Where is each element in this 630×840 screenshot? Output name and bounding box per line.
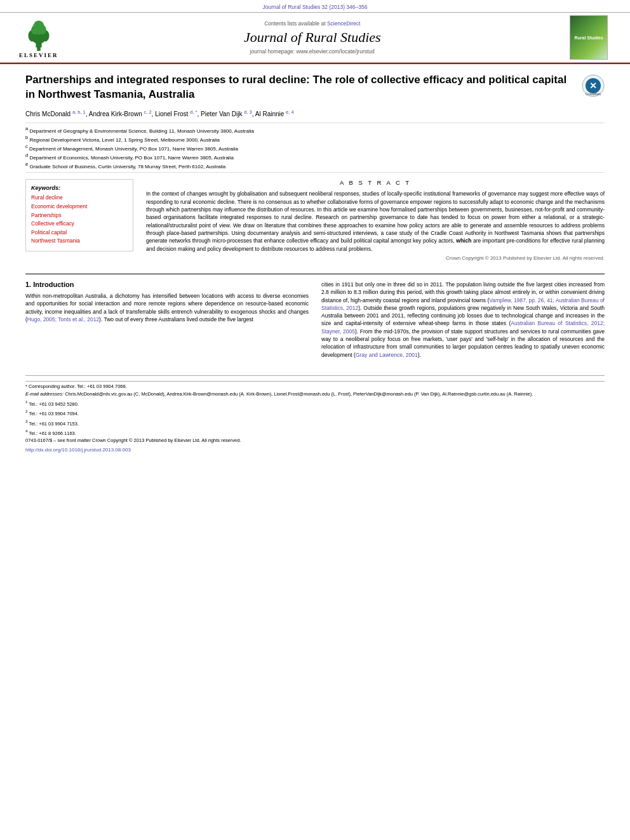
banner-center: Contents lists available at ScienceDirec… bbox=[58, 20, 566, 55]
main-content: Partnerships and integrated responses to… bbox=[0, 64, 630, 369]
affiliations: a Department of Geography & Environmenta… bbox=[25, 123, 605, 173]
journal-title-banner: Journal of Rural Studies bbox=[58, 29, 566, 46]
svg-text:✕: ✕ bbox=[589, 81, 597, 91]
right-column: A B S T R A C T In the context of change… bbox=[146, 179, 605, 267]
keywords-box: Keywords: Rural decline Economic develop… bbox=[25, 179, 133, 251]
affiliation-a: a Department of Geography & Environmenta… bbox=[25, 126, 605, 135]
intro-section: 1. Introduction Within non-metropolitan … bbox=[25, 281, 605, 363]
abstract-title: A B S T R A C T bbox=[146, 179, 605, 186]
email-addresses[interactable]: Chris.McDonald@rdv.vic.gov.au (C. McDona… bbox=[65, 391, 533, 397]
svg-point-6 bbox=[31, 25, 38, 34]
affiliation-c: c Department of Management, Monash Unive… bbox=[25, 143, 605, 152]
keyword-collective-efficacy: Collective efficacy bbox=[31, 220, 128, 229]
author-3: Lionel Frost d, * bbox=[155, 110, 197, 117]
section-number: 1. bbox=[25, 281, 31, 288]
journal-banner: ELSEVIER Contents lists available at Sci… bbox=[0, 12, 630, 63]
footnote-2: 2 Tel.: +61 03 9904 7094. bbox=[25, 408, 605, 417]
keywords-abstract-row: Keywords: Rural decline Economic develop… bbox=[25, 179, 605, 267]
abstract-text: In the context of changes wrought by glo… bbox=[146, 190, 605, 253]
banner-right: Rural Studies bbox=[566, 15, 611, 60]
keyword-northwest-tasmania: Northwest Tasmania bbox=[31, 237, 128, 246]
footnote-3: 3 Tel.: +61 03 9904 7153. bbox=[25, 418, 605, 427]
svg-text:CrossMark: CrossMark bbox=[586, 92, 601, 96]
banner-left: ELSEVIER bbox=[19, 17, 58, 58]
intro-left-text: Within non-metropolitan Australia, a dic… bbox=[25, 292, 309, 323]
intro-left: 1. Introduction Within non-metropolitan … bbox=[25, 281, 309, 363]
affiliation-d: d Department of Economics, Monash Univer… bbox=[25, 152, 605, 161]
footnote-1: 1 Tel.: +61 03 9452 5280. bbox=[25, 399, 605, 408]
keyword-partnerships: Partnerships bbox=[31, 211, 128, 220]
keyword-rural-decline: Rural decline bbox=[31, 194, 128, 203]
homepage-line: journal homepage: www.elsevier.com/locat… bbox=[58, 48, 566, 55]
intro-right: cities in 1911 but only one in three did… bbox=[321, 281, 605, 363]
authors-line: Chris McDonald a, b, 1, Andrea Kirk-Brow… bbox=[25, 109, 605, 119]
intro-right-text: cities in 1911 but only one in three did… bbox=[321, 281, 605, 359]
keywords-title: Keywords: bbox=[31, 185, 128, 191]
journal-ref: Journal of Rural Studies 32 (2013) 346–3… bbox=[0, 4, 630, 10]
footnote-4: 4 Tel.: +61 8 9266 1163. bbox=[25, 428, 605, 437]
page-footer: * Corresponding author. Tel.: +61 03 990… bbox=[25, 375, 605, 453]
elsevier-logo: ELSEVIER bbox=[19, 17, 58, 58]
doi-line[interactable]: http://dx.doi.org/10.1016/j.jrurstud.201… bbox=[25, 446, 605, 453]
elsevier-tree-icon bbox=[23, 17, 55, 52]
elsevier-brand: ELSEVIER bbox=[19, 52, 58, 58]
article-title-section: Partnerships and integrated responses to… bbox=[25, 73, 605, 102]
section-title: Introduction bbox=[33, 281, 74, 288]
section-heading: 1. Introduction bbox=[25, 281, 309, 288]
copyright-line: Crown Copyright © 2013 Published by Else… bbox=[146, 255, 605, 261]
abstract-section: A B S T R A C T In the context of change… bbox=[146, 179, 605, 261]
author-4: Pieter Van Dijk d, 3 bbox=[201, 110, 252, 117]
footer-issn: 0743-0167/$ – see front matter Crown Cop… bbox=[25, 437, 605, 453]
journal-header: Journal of Rural Studies 32 (2013) 346–3… bbox=[0, 0, 630, 64]
corresp-note: * Corresponding author. Tel.: +61 03 990… bbox=[25, 383, 605, 390]
author-1: Chris McDonald a, b, 1 bbox=[25, 110, 86, 117]
sciencedirect-link[interactable]: ScienceDirect bbox=[327, 20, 360, 27]
keyword-economic-dev: Economic development bbox=[31, 203, 128, 211]
contents-line: Contents lists available at ScienceDirec… bbox=[58, 20, 566, 27]
crossmark-icon[interactable]: ✕ CrossMark bbox=[582, 74, 605, 97]
author-5: Al Rainnie e, 4 bbox=[255, 110, 294, 117]
affiliation-b: b Regional Development Victoria, Level 1… bbox=[25, 135, 605, 143]
article-title: Partnerships and integrated responses to… bbox=[25, 73, 574, 102]
email-line: E-mail addresses: Chris.McDonald@rdv.vic… bbox=[25, 391, 605, 398]
page: Journal of Rural Studies 32 (2013) 346–3… bbox=[0, 0, 630, 840]
left-column: Keywords: Rural decline Economic develop… bbox=[25, 179, 133, 267]
author-2: Andrea Kirk-Brown c, 2 bbox=[89, 110, 152, 117]
journal-thumbnail: Rural Studies bbox=[570, 15, 608, 60]
affiliation-e: e Graduate School of Business, Curtin Un… bbox=[25, 161, 605, 170]
svg-point-7 bbox=[39, 25, 46, 34]
section-divider bbox=[25, 274, 605, 274]
keyword-political-capital: Political capital bbox=[31, 229, 128, 237]
footnote-block: * Corresponding author. Tel.: +61 03 990… bbox=[25, 381, 605, 437]
